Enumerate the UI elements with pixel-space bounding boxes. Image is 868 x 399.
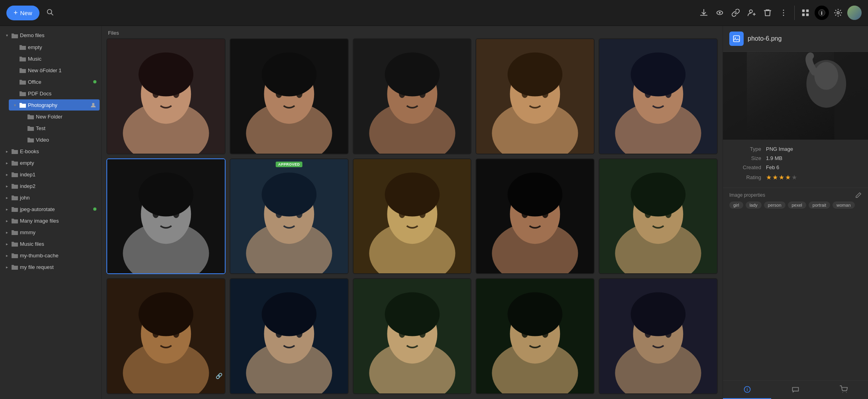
sidebar-item-demo-files[interactable]: Demo files ⋮	[2, 30, 100, 41]
file-card-photo-19[interactable]: photo-19 JPEG	[599, 278, 718, 394]
tag-girl[interactable]: girl	[729, 201, 743, 209]
label-indep2: indep2	[20, 183, 96, 189]
file-card-photo-9[interactable]: photo-9 JPG	[475, 158, 595, 275]
tree-arrow-photography	[12, 102, 18, 108]
tree-arrow-jpeg-autorotate	[4, 206, 10, 212]
star-4[interactable]: ★	[785, 174, 791, 181]
sidebar-item-indep2[interactable]: indep2	[2, 180, 100, 192]
search-icon	[46, 8, 55, 17]
file-card-photo-1[interactable]: photo-1 JPG	[230, 38, 349, 154]
label-pdf-docs: PDF Docs	[28, 91, 96, 97]
edit-icon[interactable]	[855, 192, 862, 198]
folder-icon-new-folder	[27, 113, 34, 120]
link-button[interactable]	[729, 6, 742, 20]
tag-person[interactable]: person	[764, 201, 786, 209]
folder-icon-my-file-request	[11, 263, 18, 271]
file-card-photo-4[interactable]: photo-4 JPG	[475, 38, 595, 154]
svg-point-3	[719, 12, 721, 14]
new-button[interactable]: + New	[6, 6, 39, 20]
star-2[interactable]: ★	[772, 174, 778, 181]
tree-arrow-video	[20, 137, 26, 142]
file-card-photo-3[interactable]: photo-3 JPG	[353, 38, 472, 154]
size-label: Size	[729, 155, 761, 161]
file-card-photo-17[interactable]: photo-17 JPG	[475, 278, 595, 394]
sidebar-item-my-file-request[interactable]: my file request	[2, 261, 100, 273]
sidebar-item-empty[interactable]: empty	[9, 41, 100, 53]
svg-point-62	[399, 210, 405, 218]
detail-tab-info[interactable]: i	[723, 381, 771, 399]
sidebar-item-new-folder[interactable]: New Folder	[20, 111, 100, 122]
grid-view-button[interactable]	[799, 6, 812, 20]
sidebar-item-many-image-files[interactable]: Many image files	[2, 215, 100, 226]
detail-tab-comments[interactable]	[771, 381, 819, 399]
file-card-photo-11[interactable]: photo-11 JPG	[599, 158, 718, 275]
svg-rect-9	[806, 10, 809, 12]
file-card-photo-15[interactable]: photo-15 JPG	[353, 278, 472, 394]
sidebar-item-my-thumb-cache[interactable]: my-thumb-cache	[2, 250, 100, 261]
detail-row-created: Created Feb 6	[729, 163, 862, 172]
rating-stars[interactable]: ★ ★ ★ ★ ★	[766, 174, 797, 181]
file-card-photo-8[interactable]: photo-8 JPG	[353, 158, 472, 275]
detail-bottom-tabs: i	[723, 380, 868, 399]
sidebar-item-e-books[interactable]: E-books	[2, 146, 100, 157]
add-user-button[interactable]	[745, 6, 758, 20]
svg-point-6	[783, 12, 784, 14]
sidebar-item-photography[interactable]: Photography	[9, 99, 100, 111]
sidebar-item-new-ofolder[interactable]: New öFolder 1	[9, 65, 100, 76]
download-button[interactable]	[697, 6, 711, 20]
delete-button[interactable]	[761, 6, 774, 20]
sidebar-item-indep1[interactable]: indep1	[2, 169, 100, 180]
svg-point-20	[153, 90, 159, 98]
detail-row-type: Type PNG Image	[729, 144, 862, 154]
file-card-photo-7[interactable]: APPROVED photo-7 JPG	[230, 158, 349, 275]
folder-icon-video	[27, 136, 34, 143]
tag-woman[interactable]: woman	[833, 201, 854, 209]
star-1[interactable]: ★	[766, 174, 772, 181]
tag-pexel[interactable]: pexel	[788, 201, 806, 209]
photo-svg	[599, 39, 717, 154]
folder-icon-music-files	[11, 240, 18, 247]
sidebar-item-test[interactable]: Test	[20, 122, 100, 134]
tree-arrow-e-books	[4, 148, 10, 154]
settings-button[interactable]	[831, 6, 845, 20]
sidebar-item-video[interactable]: Video	[20, 134, 100, 145]
tag-portrait[interactable]: portrait	[809, 201, 830, 209]
sidebar-item-music[interactable]: Music	[9, 53, 100, 64]
file-card-photo-5[interactable]: photo-5 JPG	[599, 38, 718, 154]
eye-button[interactable]	[713, 6, 727, 20]
star-5[interactable]: ★	[791, 174, 797, 181]
svg-point-26	[276, 90, 282, 98]
sidebar-item-pdf-docs[interactable]: PDF Docs	[9, 88, 100, 99]
tree-arrow-music	[12, 56, 18, 61]
star-3[interactable]: ★	[779, 174, 784, 181]
photo-svg	[476, 279, 594, 394]
content-header: Files	[102, 26, 723, 38]
type-value: PNG Image	[766, 146, 793, 152]
svg-point-115	[842, 392, 843, 393]
tree-arrow-my-file-request	[4, 264, 10, 270]
svg-point-33	[419, 90, 426, 98]
sidebar-item-mmmy[interactable]: mmmy	[2, 227, 100, 238]
info-button[interactable]: i	[815, 6, 829, 20]
eye-icon	[715, 8, 724, 17]
avatar[interactable]	[847, 6, 862, 20]
sidebar: Demo files ⋮ empty Music New öFolder 1	[0, 26, 102, 399]
sidebar-item-empty2[interactable]: empty	[2, 157, 100, 168]
file-card-phot-10[interactable]: phot-10 JPG	[106, 38, 226, 154]
search-button[interactable]	[44, 6, 56, 20]
more-button[interactable]	[777, 6, 790, 20]
tag-lady[interactable]: lady	[746, 201, 762, 209]
file-card-photo-14[interactable]: photo-14 JPG	[230, 278, 349, 394]
file-card-photo-6[interactable]: photo-6 PNG	[106, 158, 226, 275]
file-card-photo-13[interactable]: 🔗 photo-13 JPEG	[106, 278, 226, 394]
svg-point-0	[47, 9, 51, 14]
tree-arrow-mmmy	[4, 229, 10, 235]
sidebar-item-jpeg-autorotate[interactable]: jpeg-autorotate	[2, 203, 100, 215]
tree-arrow-many-image-files	[4, 218, 10, 223]
sidebar-item-office[interactable]: Office	[9, 76, 100, 87]
files-label: Files	[108, 30, 119, 36]
sidebar-item-music-files[interactable]: Music files	[2, 238, 100, 249]
detail-tab-cart[interactable]	[820, 381, 868, 399]
sidebar-item-john[interactable]: john	[2, 192, 100, 203]
content-area: Files phot-10 JPG	[102, 26, 723, 399]
